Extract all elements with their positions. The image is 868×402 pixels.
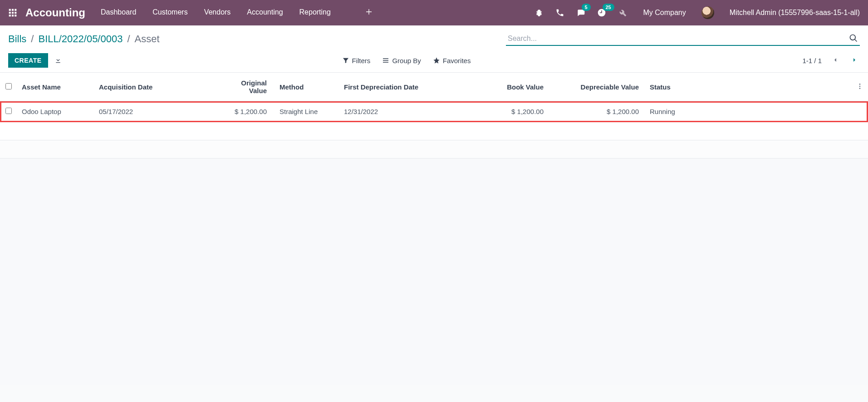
svg-rect-0 (9, 9, 11, 11)
asset-table: Asset Name Acquisition Date Original Val… (0, 73, 868, 140)
col-book-value[interactable]: Book Value (476, 73, 548, 101)
svg-rect-2 (15, 9, 16, 11)
col-first-dep[interactable]: First Depreciation Date (339, 73, 476, 101)
svg-point-10 (859, 85, 861, 87)
cell-method: Straight Line (271, 101, 339, 122)
menu-reporting[interactable]: Reporting (299, 8, 331, 18)
search-input[interactable] (506, 32, 860, 45)
col-orig-value[interactable]: Original Value (221, 73, 271, 101)
cell-first-dep: 12/31/2022 (339, 101, 476, 122)
messages-badge: 5 (582, 4, 591, 11)
col-asset-name[interactable]: Asset Name (17, 73, 94, 101)
favorites-label: Favorites (443, 57, 471, 65)
control-panel: Bills / BILL/2022/05/0003 / Asset CREATE… (0, 25, 868, 73)
col-options-icon[interactable] (852, 73, 868, 101)
avatar[interactable] (701, 6, 714, 19)
svg-rect-5 (15, 12, 16, 14)
filters-button[interactable]: Filters (342, 57, 371, 65)
pager-prev-icon[interactable] (830, 56, 841, 65)
breadcrumb-current: Asset (135, 33, 160, 45)
cell-dep-value: $ 1,200.00 (548, 101, 643, 122)
background (0, 159, 868, 385)
username[interactable]: Mitchell Admin (15557996-saas-15-1-all) (730, 9, 860, 17)
breadcrumb: Bills / BILL/2022/05/0003 / Asset (8, 33, 160, 45)
star-icon (433, 57, 440, 64)
groupby-label: Group By (392, 57, 421, 65)
groupby-button[interactable]: Group By (382, 57, 421, 65)
list-icon (382, 57, 389, 64)
pager-next-icon[interactable] (849, 56, 860, 65)
navbar: Accounting Dashboard Customers Vendors A… (0, 0, 868, 25)
pager: 1-1 / 1 (802, 57, 822, 65)
select-all-checkbox[interactable] (5, 83, 12, 89)
col-status[interactable]: Status (643, 73, 852, 101)
svg-rect-3 (9, 12, 11, 14)
row-checkbox[interactable] (5, 108, 12, 114)
apps-icon[interactable] (8, 8, 17, 17)
svg-point-9 (859, 84, 861, 85)
breadcrumb-sep: / (31, 33, 34, 45)
table-header-row: Asset Name Acquisition Date Original Val… (0, 73, 868, 101)
menu-dashboard[interactable]: Dashboard (101, 8, 136, 18)
svg-rect-4 (12, 12, 14, 14)
svg-rect-6 (9, 15, 11, 16)
main-menu: Dashboard Customers Vendors Accounting R… (101, 8, 373, 18)
filters-label: Filters (352, 57, 371, 65)
systray: 5 25 My Company Mitchell Admin (15557996… (535, 6, 860, 19)
spacer (0, 140, 868, 159)
menu-customers[interactable]: Customers (152, 8, 187, 18)
search-wrap (506, 32, 860, 46)
breadcrumb-sep: / (127, 33, 130, 45)
cell-acq-date: 05/17/2022 (94, 101, 221, 122)
menu-vendors[interactable]: Vendors (204, 8, 231, 18)
cell-book-value: $ 1,200.00 (476, 101, 548, 122)
cell-status: Running (643, 101, 852, 122)
menu-accounting[interactable]: Accounting (247, 8, 283, 18)
activities-icon[interactable]: 25 (597, 8, 606, 17)
funnel-icon (342, 57, 349, 64)
table-footer-row (0, 122, 868, 140)
cell-orig-value: $ 1,200.00 (221, 101, 271, 122)
search-icon[interactable] (849, 34, 858, 44)
breadcrumb-bill[interactable]: BILL/2022/05/0003 (38, 33, 123, 45)
company-name[interactable]: My Company (643, 9, 686, 17)
col-acq-date[interactable]: Acquisition Date (94, 73, 221, 101)
col-method[interactable]: Method (271, 73, 339, 101)
bug-icon[interactable] (535, 8, 544, 17)
svg-rect-7 (12, 15, 14, 16)
phone-icon[interactable] (555, 8, 564, 17)
download-icon[interactable] (54, 57, 62, 64)
breadcrumb-bills[interactable]: Bills (8, 33, 26, 45)
tools-icon[interactable] (618, 8, 627, 17)
create-button[interactable]: CREATE (8, 53, 48, 68)
plus-icon[interactable] (365, 8, 373, 18)
svg-point-11 (859, 88, 861, 89)
col-dep-value[interactable]: Depreciable Value (548, 73, 643, 101)
svg-rect-1 (12, 9, 14, 11)
cell-asset-name: Odoo Laptop (17, 101, 94, 122)
favorites-button[interactable]: Favorites (433, 57, 471, 65)
activities-badge: 25 (603, 4, 614, 11)
svg-rect-8 (15, 15, 16, 16)
app-name[interactable]: Accounting (25, 6, 85, 19)
table-row[interactable]: Odoo Laptop 05/17/2022 $ 1,200.00 Straig… (0, 101, 868, 122)
messages-icon[interactable]: 5 (576, 8, 585, 17)
